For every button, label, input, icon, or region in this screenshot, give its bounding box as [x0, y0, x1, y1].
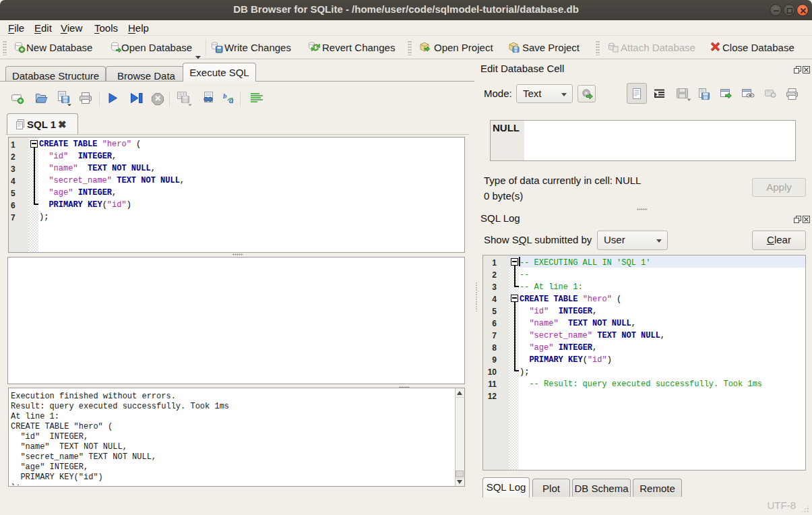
svg-text:a: a — [229, 95, 234, 105]
svg-text:b: b — [223, 92, 227, 100]
